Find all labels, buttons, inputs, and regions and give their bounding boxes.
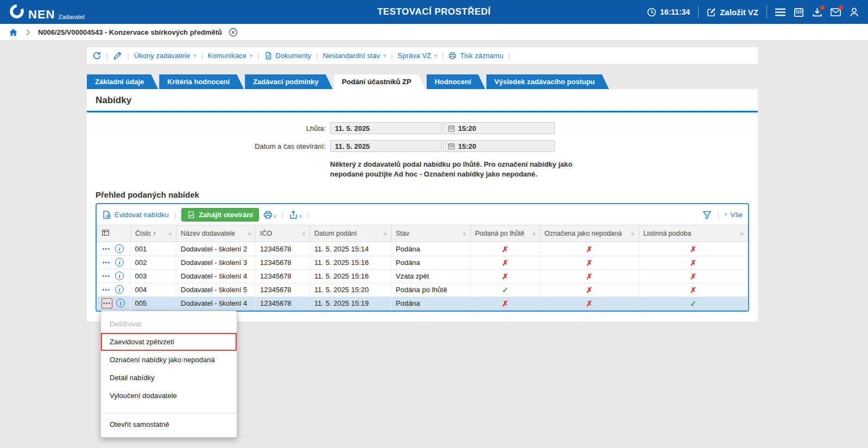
action-tisk-zaznamu[interactable]: Tisk záznamu [448,52,503,60]
row-info-button[interactable]: i [115,258,124,267]
row-info-button[interactable]: i [115,272,124,280]
action-label: Nestandardní stav [323,52,381,60]
start-opening-button[interactable]: Zahájit otevírání [181,208,259,222]
column-filter-icon[interactable]: ▿ [740,231,743,237]
column-filter-icon[interactable]: ▿ [631,231,634,237]
cell-marked-not-submitted: ✗ [540,296,639,310]
chevron-down-icon: ▿ [725,212,727,217]
current-time: 16:11:34 [647,8,690,17]
table-row[interactable]: •••i001Dodavatel - školení 21234567811. … [97,242,748,256]
user-icon[interactable] [849,7,859,17]
row-info-button[interactable]: i [115,285,124,294]
tab-vysledek-zadavaciho-postupu[interactable]: Výsledek zadávacího postupu [486,74,609,89]
breadcrumb: N006/25/V00004543 - Konzervace sbírkovýc… [0,24,868,41]
action-komunikace[interactable]: Komunikace▿ [208,52,253,60]
menu-item-zaevidovat-zpetvzeti[interactable]: Zaevidovat zpětvzetí [101,333,237,351]
column-filter-icon[interactable]: ▿ [533,231,535,237]
cell-status: Vzata zpět [391,269,471,283]
deadline-date-input[interactable]: 11. 5. 2025 [330,122,442,134]
column-filter-icon[interactable]: ▿ [248,231,251,237]
cross-icon: ✗ [690,258,696,267]
menu-item-vylouceni-dodavatele[interactable]: Vyloučení dodavatele [101,387,237,405]
clock-icon [647,8,656,17]
cross-icon: ✗ [586,245,593,254]
create-vz-button[interactable]: Založit VZ [707,8,758,17]
nen-logo[interactable]: NEN Zadavatel [9,3,85,21]
row-menu-button[interactable]: ••• [102,298,113,308]
action-sprava-vz[interactable]: Správa VZ▿ [398,52,437,60]
environment-title: TESTOVACÍ PROSTŘEDÍ [377,7,491,17]
register-bid-button[interactable]: Evidovat nabídku [102,210,169,219]
table-row[interactable]: •••i004Dodavatel - školení 51234567811. … [97,283,748,296]
column-filter-icon[interactable]: ▿ [463,231,466,237]
row-menu-button[interactable]: ••• [102,285,112,294]
column-filter-icon[interactable]: ▿ [169,231,172,237]
cell-marked-not-submitted: ✗ [540,242,639,256]
divider: | [307,211,309,219]
chevron-down-icon: ▿ [383,53,386,59]
row-menu-button[interactable]: ••• [102,244,112,254]
table-row[interactable]: •••i003Dodavatel - školení 41234567811. … [97,269,748,283]
cell-marked-not-submitted: ✗ [540,283,639,296]
cell-status: Podána po lhůtě [391,283,471,296]
messages-icon[interactable] [831,7,841,17]
menu-icon[interactable] [775,7,785,17]
column-header-stav[interactable]: Stav▿ [391,225,471,242]
row-actions-cell: •••i [97,242,131,256]
cross-icon: ✗ [586,258,593,267]
row-info-button[interactable]: i [115,244,124,253]
print-grid-button[interactable]: ▿ [263,210,276,219]
opening-date-input[interactable]: 11. 5. 2025 [330,140,442,152]
cell-ico: 12345678 [256,242,310,256]
action-nestandardni-stav[interactable]: Nestandardní stav▿ [323,52,387,60]
breadcrumb-item[interactable]: N006/25/V00004543 - Konzervace sbírkovýc… [38,28,222,36]
column-header-podana-po-lhute[interactable]: Podaná po lhůtě▿ [471,225,540,242]
column-filter-icon[interactable]: ▿ [384,231,387,237]
downloads-icon[interactable] [812,7,822,17]
column-header-nazev-dodavatele[interactable]: Název dodavatele▿ [176,225,256,242]
action-dokumenty[interactable]: Dokumenty [264,52,312,60]
close-record-icon[interactable] [229,28,238,37]
row-menu-button[interactable]: ••• [102,272,112,281]
column-filter-icon[interactable]: ▿ [302,231,305,237]
cross-icon: ✗ [502,258,509,267]
action-ukony-zadavatele[interactable]: Úkony zadavatele▿ [134,52,196,60]
column-header-listinna-podoba[interactable]: Listinná podoba▿ [639,225,748,242]
home-icon[interactable] [9,28,18,37]
menu-item-detail-nabidky[interactable]: Detail nabídky [101,369,237,387]
menu-item-oznaceni-nabidky-jako-nepodana[interactable]: Označení nabídky jako nepodaná [101,351,237,369]
filter-icon [702,210,712,219]
start-opening-icon [187,211,195,219]
cell-order-number: 005 [131,296,176,310]
tab-podani-ucastniku-zp[interactable]: Podání účastníků ZP [334,74,426,89]
calendar-small-icon [448,143,455,150]
cell-late-submission: ✗ [471,269,540,283]
tab-zadavaci-podminky[interactable]: Zadávací podmínky [245,74,333,89]
column-header-cislo[interactable]: Číslo↑▿ [131,225,176,242]
column-header-datum-podani[interactable]: Datum podání▿ [310,225,391,242]
history-icon[interactable] [92,51,102,60]
table-row[interactable]: •••i002Dodavatel - školení 31234567811. … [97,256,748,269]
table-row[interactable]: •••i005Dodavatel - školení 41234567811. … [97,296,748,310]
cell-supplier-name: Dodavatel - školení 5 [176,283,256,296]
check-icon: ✓ [502,286,509,294]
opening-datetime-field: Datum a čas otevírání: 11. 5. 2025 15:20 [96,140,758,152]
deadline-time-input[interactable]: 15:20 [443,122,555,134]
opening-time-input[interactable]: 15:20 [443,140,555,152]
calendar-icon[interactable] [794,7,804,17]
tab-kriteria-hodnoceni[interactable]: Kritéria hodnocení [159,74,244,89]
column-header-ico[interactable]: IČO▿ [256,225,310,242]
row-menu-button[interactable]: ••• [102,258,112,267]
export-grid-button[interactable]: ▿ [289,210,302,219]
tab-hodnoceni[interactable]: Hodnocení [427,74,485,89]
action-label: Tisk záznamu [460,52,503,60]
view-all-dropdown[interactable]: ▿ Vše [725,211,743,219]
row-info-button[interactable]: i [116,299,125,307]
column-header-oznacena-jako-nepodana[interactable]: Označena jako nepodaná▿ [540,225,639,242]
tab-zakladni-udaje[interactable]: Základní údaje [87,74,158,89]
menu-item-otevrit-samostatne[interactable]: Otevřít samostatně [101,413,237,433]
edit-record-icon[interactable] [113,51,122,60]
view-all-label: Vše [731,211,743,219]
filter-button[interactable] [702,210,712,219]
column-settings-header[interactable] [97,225,131,242]
